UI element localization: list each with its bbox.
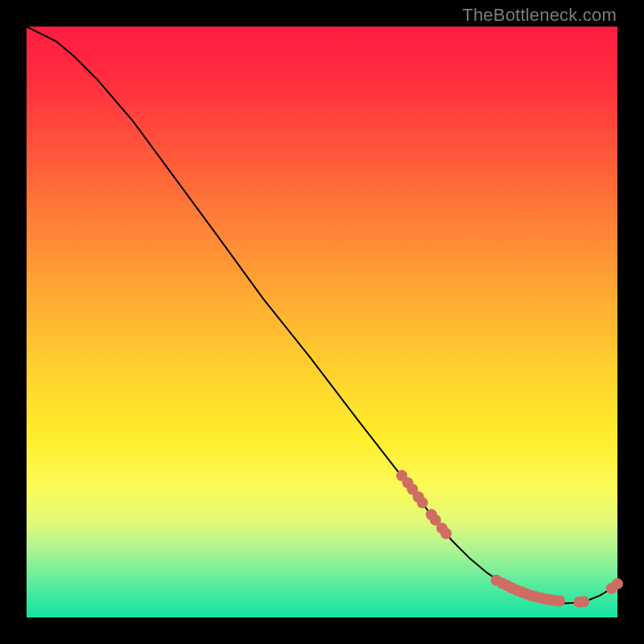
data-point xyxy=(417,497,428,509)
data-point xyxy=(578,596,589,607)
bottleneck-curve-path xyxy=(27,27,617,603)
chart-svg xyxy=(27,27,617,617)
plot-area xyxy=(27,27,617,617)
marker-group xyxy=(396,470,623,608)
chart-frame: TheBottleneck.com xyxy=(0,0,644,644)
data-point xyxy=(554,595,565,606)
watermark-text: TheBottleneck.com xyxy=(462,5,617,26)
data-point xyxy=(612,578,623,589)
data-point xyxy=(440,528,452,539)
